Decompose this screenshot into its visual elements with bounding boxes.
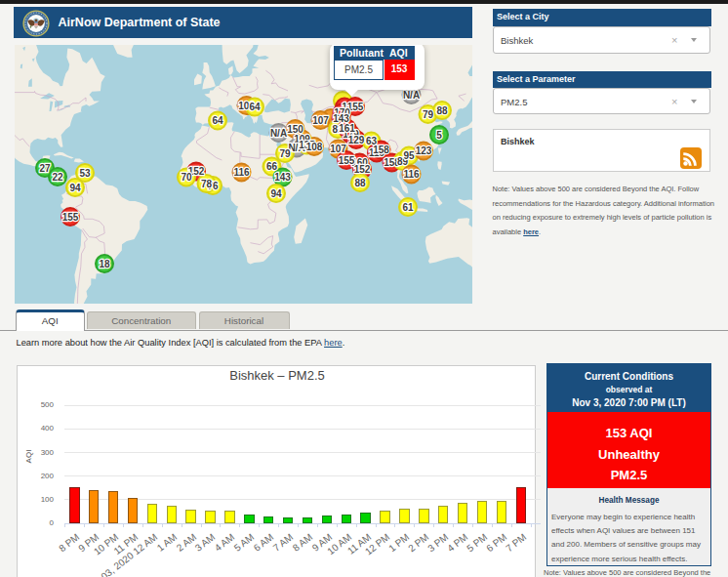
svg-text:155: 155 xyxy=(62,212,79,223)
svg-text:88: 88 xyxy=(354,178,366,188)
svg-text:158: 158 xyxy=(373,144,389,155)
svg-text:143: 143 xyxy=(274,172,291,183)
svg-text:94: 94 xyxy=(69,183,81,193)
svg-text:150: 150 xyxy=(287,124,303,135)
svg-text:18: 18 xyxy=(99,259,110,269)
svg-text:53: 53 xyxy=(79,168,91,179)
svg-text:152: 152 xyxy=(354,164,371,175)
svg-text:107: 107 xyxy=(312,115,329,126)
svg-text:129: 129 xyxy=(348,135,365,145)
svg-text:64: 64 xyxy=(249,102,261,112)
svg-text:61: 61 xyxy=(402,202,414,213)
svg-text:116: 116 xyxy=(233,167,250,178)
svg-text:78: 78 xyxy=(201,179,213,189)
svg-text:88: 88 xyxy=(436,105,448,116)
svg-text:N/A: N/A xyxy=(403,90,420,101)
svg-text:79: 79 xyxy=(423,109,434,120)
svg-text:116: 116 xyxy=(403,169,420,180)
svg-text:108: 108 xyxy=(306,142,323,152)
svg-text:94: 94 xyxy=(270,188,282,199)
svg-text:64: 64 xyxy=(212,115,223,126)
svg-text:155: 155 xyxy=(339,155,355,166)
svg-text:161: 161 xyxy=(339,123,355,134)
svg-text:5: 5 xyxy=(436,130,442,141)
svg-text:27: 27 xyxy=(39,163,51,174)
svg-text:22: 22 xyxy=(52,172,63,183)
svg-text:95: 95 xyxy=(403,150,415,161)
svg-text:66: 66 xyxy=(266,161,278,172)
svg-text:123: 123 xyxy=(416,145,432,156)
svg-text:107: 107 xyxy=(330,144,346,154)
svg-text:N/A: N/A xyxy=(270,128,287,139)
svg-text:70: 70 xyxy=(181,172,192,183)
svg-text:79: 79 xyxy=(279,148,291,159)
